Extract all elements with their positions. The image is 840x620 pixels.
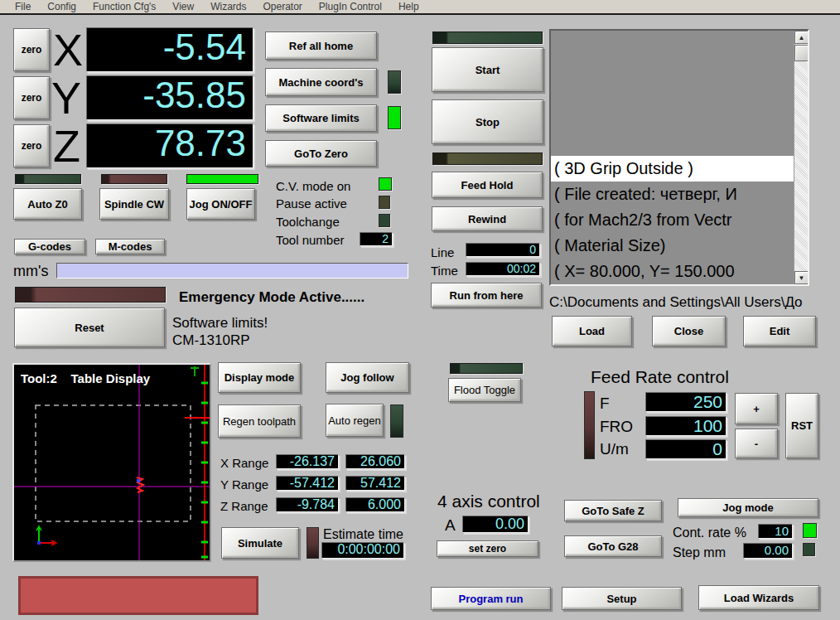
close-button[interactable]: Close [652, 316, 726, 346]
set-zero-button[interactable]: set zero [437, 540, 538, 557]
jog-follow-button[interactable]: Jog follow [326, 362, 409, 393]
scrollbar-thumb[interactable] [794, 45, 809, 61]
run-from-here-button[interactable]: Run from here [431, 283, 542, 308]
line-label: Line [431, 245, 454, 259]
time-value: 00:02 [466, 262, 540, 276]
scroll-down-icon[interactable]: ▼ [794, 271, 809, 284]
jog-mode-button[interactable]: Jog mode [678, 498, 818, 517]
toolpath-tool-label: Tool:2 [21, 371, 57, 385]
simulate-button[interactable]: Simulate [221, 527, 299, 559]
goto-g28-button[interactable]: GoTo G28 [564, 535, 662, 557]
feed-hold-led [432, 153, 543, 165]
menu-view[interactable]: View [164, 1, 202, 12]
jog-onoff-button[interactable]: Jog ON/OFF [186, 188, 255, 220]
emergency-led [15, 287, 166, 303]
gcode-line[interactable]: ( for Mach2/3 from Vectr [551, 207, 794, 233]
z-range-label: Z Range [220, 499, 268, 513]
toolchange-label: Toolchange [276, 215, 340, 229]
estimate-time-label: Estimate time [323, 527, 403, 542]
tool-number-value[interactable]: 2 [360, 232, 393, 246]
flood-toggle-button[interactable]: Flood Toggle [448, 378, 521, 402]
g-codes-button[interactable]: G-codes [14, 239, 85, 254]
a-axis-value[interactable]: 0.00 [462, 516, 529, 533]
jog-onoff-led [186, 174, 258, 184]
axis4-title: 4 axis control [437, 492, 540, 511]
axis-z-letter: Z [53, 124, 80, 168]
menu-operator[interactable]: Operator [255, 1, 311, 12]
cont-rate-value[interactable]: 10 [758, 524, 793, 539]
gcode-scrollbar[interactable]: ▲ ▼ [794, 31, 808, 284]
spindle-cw-button[interactable]: Spindle CW [99, 188, 169, 220]
toolpath-display[interactable]: Tool:2 Table Display [12, 363, 211, 562]
load-wizards-button[interactable]: Load Wizards [698, 585, 819, 610]
gcode-line-current[interactable]: ( 3D Grip Outside ) [551, 156, 794, 182]
feed-rate-plus-button[interactable]: + [735, 393, 778, 424]
step-led [803, 543, 815, 556]
software-limits-led [388, 106, 401, 129]
machine-name: CM-1310RP [172, 332, 250, 349]
auto-regen-button[interactable]: Auto regen [326, 404, 384, 437]
dro-x-value[interactable]: -5.54 [86, 27, 253, 72]
load-button[interactable]: Load [552, 316, 632, 346]
menu-wizards[interactable]: Wizards [202, 1, 254, 12]
goto-safe-z-button[interactable]: GoTo Safe Z [564, 500, 662, 521]
toolpath-title: Tool:2 Table Display [21, 371, 150, 385]
gcode-lines: ( 3D Grip Outside ) ( File created: четв… [551, 156, 794, 284]
goto-zero-button[interactable]: GoTo Zero [265, 140, 377, 167]
fro-label: FRO [600, 418, 633, 436]
menu-config[interactable]: Config [39, 1, 84, 12]
start-button[interactable]: Start [432, 47, 543, 92]
menu-function-cfgs[interactable]: Function Cfg's [84, 1, 164, 12]
gcode-line[interactable]: ( X= 80.000, Y= 150.000 [551, 259, 794, 284]
step-label: Step mm [673, 545, 726, 560]
feed-rate-rst-button[interactable]: RST [785, 393, 818, 458]
ref-all-home-button[interactable]: Ref all home [265, 31, 377, 60]
stop-button[interactable]: Stop [432, 99, 543, 144]
menu-plugin-control[interactable]: PlugIn Control [311, 1, 390, 12]
fro-value[interactable]: 100 [645, 416, 727, 436]
feed-rate-title: Feed Rate control [591, 367, 729, 387]
cont-rate-label: Cont. rate % [673, 526, 746, 540]
mdi-input-wrap [56, 263, 408, 279]
zero-z-button[interactable]: zero [13, 124, 50, 167]
cont-rate-led [803, 523, 817, 538]
feed-rate-minus-button[interactable]: - [735, 429, 778, 458]
tool-position-marker [137, 479, 140, 482]
feed-hold-button[interactable]: Feed Hold [432, 172, 543, 198]
regen-toolpath-button[interactable]: Regen toolpath [218, 404, 301, 438]
f-value[interactable]: 250 [645, 392, 727, 412]
zero-y-button[interactable]: zero [13, 76, 50, 119]
menu-help[interactable]: Help [390, 1, 427, 12]
limit-message: Software limits! [172, 315, 268, 332]
z-range-min: -9.784 [276, 497, 339, 512]
dro-z-value[interactable]: 78.73 [86, 124, 253, 168]
mach3-main-screen: File Config Function Cfg's View Wizards … [0, 0, 840, 620]
m-codes-button[interactable]: M-codes [95, 239, 165, 254]
machine-coords-led [388, 70, 401, 94]
gcode-line[interactable]: ( File created: четверг, И [551, 182, 794, 207]
cv-mode-led [379, 177, 392, 191]
um-value[interactable]: 0 [645, 439, 727, 459]
machine-coords-button[interactable]: Machine coord's [265, 68, 377, 96]
reset-button[interactable]: Reset [14, 308, 165, 347]
scroll-up-icon[interactable]: ▲ [794, 31, 809, 44]
mdi-input[interactable] [56, 263, 408, 279]
step-value[interactable]: 0.00 [743, 543, 793, 559]
spindle-cw-led [101, 174, 167, 184]
menu-file[interactable]: File [7, 1, 39, 12]
display-mode-button[interactable]: Display mode [218, 362, 301, 393]
software-limits-button[interactable]: Software limits [265, 104, 377, 132]
x-range-max: 26.060 [345, 454, 405, 469]
toolpath-canvas [14, 365, 210, 560]
gcode-window[interactable]: ( 3D Grip Outside ) ( File created: четв… [549, 29, 809, 286]
y-range-min: -57.412 [276, 476, 339, 491]
dro-y-value[interactable]: -35.85 [86, 75, 253, 120]
auto-z0-button[interactable]: Auto Z0 [13, 188, 82, 220]
program-run-tab-button[interactable]: Program run [431, 587, 551, 610]
setup-tab-button[interactable]: Setup [562, 587, 682, 610]
line-value[interactable]: 0 [466, 243, 540, 257]
zero-x-button[interactable]: zero [13, 28, 50, 71]
gcode-line[interactable]: ( Material Size) [551, 233, 794, 259]
rewind-button[interactable]: Rewind [432, 206, 543, 231]
edit-button[interactable]: Edit [743, 316, 816, 346]
